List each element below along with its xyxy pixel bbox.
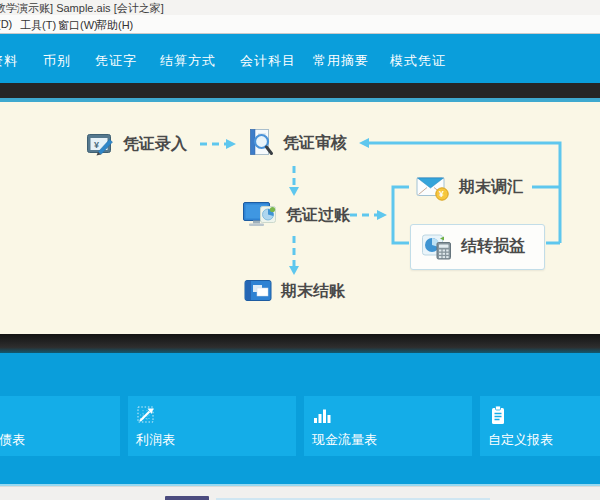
flow-node-voucher-review[interactable]: 凭证审核 bbox=[246, 128, 347, 158]
flow-label-voucher-post: 凭证过账 bbox=[286, 205, 350, 226]
tab-template-voucher[interactable]: 模式凭证 bbox=[390, 52, 446, 70]
flow-label-period-close: 期末结账 bbox=[281, 281, 345, 302]
workflow-canvas: ¥ 凭证录入 凭证审核 bbox=[0, 102, 600, 334]
report-card-cash-flow[interactable]: 现金流量表 bbox=[304, 396, 472, 456]
window-title: [教学演示账] Sample.ais [会计之家] bbox=[0, 0, 600, 16]
dark-divider-bottom bbox=[0, 334, 600, 353]
cash-flow-icon bbox=[312, 405, 332, 425]
report-card-custom-report[interactable]: 自定义报表 bbox=[480, 396, 600, 456]
report-card-label: 现金流量表 bbox=[312, 431, 377, 449]
status-bar bbox=[0, 486, 600, 500]
flow-label-voucher-review: 凭证审核 bbox=[283, 133, 347, 154]
title-bar: [教学演示账] Sample.ais [会计之家] bbox=[0, 0, 600, 15]
flow-label-profit-carryover: 结转损益 bbox=[461, 236, 525, 257]
flow-label-voucher-entry: 凭证录入 bbox=[123, 134, 187, 155]
flow-node-fx-adjustment[interactable]: ¥ 期末调汇 bbox=[416, 172, 523, 202]
period-close-icon bbox=[244, 278, 272, 304]
income-statement-icon bbox=[136, 405, 156, 425]
report-card-label: 资产负债表 bbox=[0, 431, 25, 449]
report-section: 资产负债表 利润表 现金流量表 bbox=[0, 353, 600, 484]
voucher-post-icon bbox=[243, 200, 277, 230]
voucher-entry-icon: ¥ bbox=[86, 131, 114, 157]
tab-account-subjects[interactable]: 会计科目 bbox=[240, 52, 296, 70]
flow-node-voucher-entry[interactable]: ¥ 凭证录入 bbox=[86, 131, 187, 157]
flow-node-period-close[interactable]: 期末结账 bbox=[244, 278, 345, 304]
report-card-label: 利润表 bbox=[136, 431, 175, 449]
menu-item-window[interactable]: 窗口(W) bbox=[58, 18, 98, 33]
app-window: [教学演示账] Sample.ais [会计之家] (D) 工具(T) 窗口(W… bbox=[0, 0, 600, 500]
partial-logo bbox=[165, 496, 209, 500]
flow-node-profit-carryover[interactable]: 结转损益 bbox=[422, 232, 525, 260]
dark-divider-top bbox=[0, 83, 600, 98]
fx-adjustment-icon: ¥ bbox=[416, 172, 450, 202]
flow-label-fx-adjustment: 期末调汇 bbox=[459, 177, 523, 198]
menu-bar: (D) 工具(T) 窗口(W) 帮助(H) bbox=[0, 15, 600, 34]
svg-text:¥: ¥ bbox=[94, 140, 99, 150]
tab-basic-data[interactable]: 基础资料 bbox=[0, 52, 18, 70]
tab-settlement-method[interactable]: 结算方式 bbox=[160, 52, 216, 70]
flow-node-voucher-post[interactable]: 凭证过账 bbox=[243, 200, 350, 230]
profit-carryover-icon bbox=[422, 232, 452, 260]
custom-report-icon bbox=[488, 405, 508, 425]
report-card-income-statement[interactable]: 利润表 bbox=[128, 396, 296, 456]
tab-voucher-word[interactable]: 凭证字 bbox=[95, 52, 137, 70]
svg-text:¥: ¥ bbox=[439, 189, 444, 199]
basic-data-toolbar: 基础资料 币别 凭证字 结算方式 会计科目 常用摘要 模式凭证 bbox=[0, 34, 600, 83]
menu-item-tools[interactable]: 工具(T) bbox=[20, 18, 56, 33]
tab-common-summary[interactable]: 常用摘要 bbox=[313, 52, 369, 70]
menu-item-help[interactable]: 帮助(H) bbox=[96, 18, 133, 33]
voucher-review-icon bbox=[246, 128, 274, 158]
tab-currency[interactable]: 币别 bbox=[43, 52, 71, 70]
report-card-balance-sheet[interactable]: 资产负债表 bbox=[0, 396, 120, 456]
report-card-label: 自定义报表 bbox=[488, 431, 553, 449]
menu-item-partial[interactable]: (D) bbox=[0, 18, 12, 30]
